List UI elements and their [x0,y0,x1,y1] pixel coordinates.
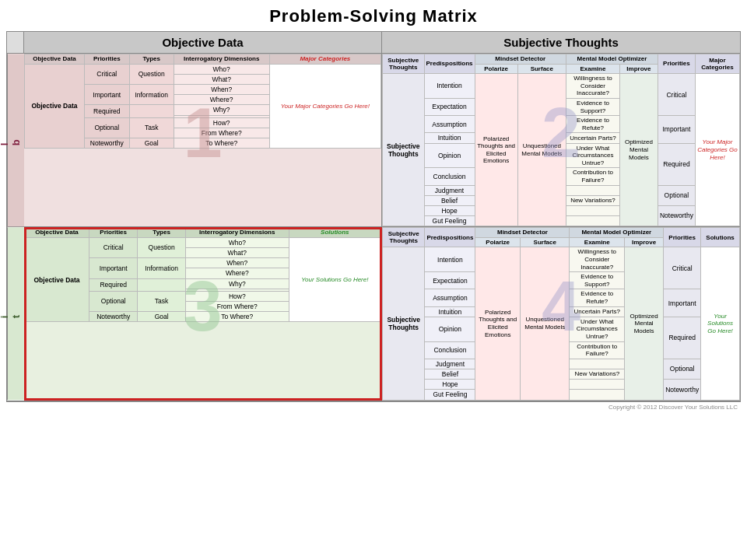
solutions-label: Solutions [7,227,24,400]
copyright-text: Copyright © 2012 Discover Your Solutions… [6,402,741,411]
page-title: Problem-Solving Matrix [6,6,741,26]
quadrant-1: 1 Objective Data Priorities Types Interr… [24,54,382,226]
problem-label: Problem [7,54,24,226]
quadrant-2: 2 Subjective Thoughts Predispositions Mi… [382,54,740,226]
subjective-thoughts-header: Subjective Thoughts [382,32,740,53]
quadrant-4: 4 Subjective Thoughts Predispositions Mi… [382,227,740,400]
objective-data-header: Objective Data [24,32,382,53]
quadrant-3: 3 Objective Data Priorities Types Interr… [24,227,382,400]
